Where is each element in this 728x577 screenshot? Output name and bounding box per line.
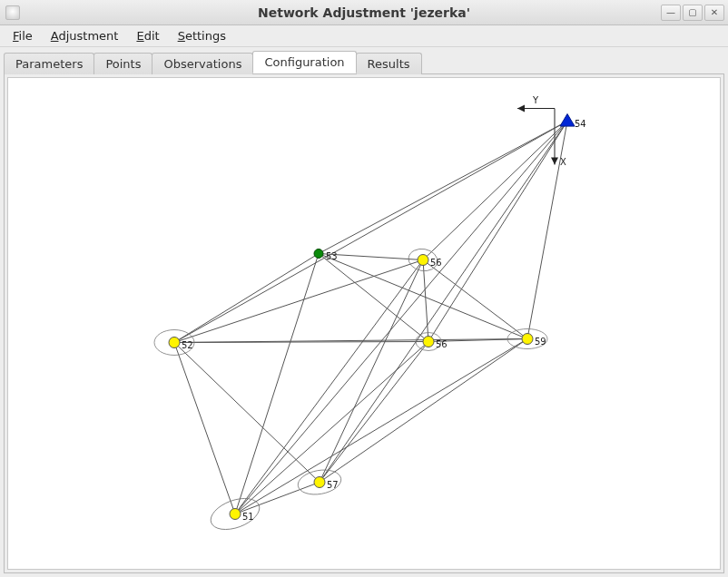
point-label-51: 51 xyxy=(242,512,254,522)
point-59[interactable] xyxy=(522,334,533,345)
menubar: File Adjustment Edit Settings xyxy=(0,25,728,47)
tab-configuration[interactable]: Configuration xyxy=(252,51,356,73)
tabbar: Parameters Points Observations Configura… xyxy=(0,47,728,73)
menu-adjustment[interactable]: Adjustment xyxy=(44,27,126,44)
point-label-59: 59 xyxy=(535,337,546,347)
point-label-56: 56 xyxy=(430,258,442,268)
menu-edit[interactable]: Edit xyxy=(129,27,166,44)
tab-parameters[interactable]: Parameters xyxy=(4,53,94,74)
svg-line-26 xyxy=(423,260,527,339)
app-icon xyxy=(5,5,20,20)
close-button[interactable]: ✕ xyxy=(704,5,724,21)
svg-marker-3 xyxy=(551,158,558,165)
svg-line-23 xyxy=(320,122,567,483)
svg-line-29 xyxy=(320,342,428,483)
svg-line-4 xyxy=(174,343,235,514)
titlebar[interactable]: Network Adjustment 'jezerka' — ▢ ✕ xyxy=(0,0,728,25)
maximize-button[interactable]: ▢ xyxy=(683,5,703,21)
tab-results[interactable]: Results xyxy=(356,53,422,74)
svg-line-10 xyxy=(235,339,527,514)
network-svg: YX5152535456565759 xyxy=(8,78,720,569)
menu-file[interactable]: File xyxy=(5,27,40,44)
svg-line-22 xyxy=(428,122,567,342)
network-canvas[interactable]: YX5152535456565759 xyxy=(7,77,721,570)
close-icon: ✕ xyxy=(711,7,718,17)
point-51[interactable] xyxy=(230,509,241,520)
minimize-icon: — xyxy=(666,7,675,17)
svg-line-12 xyxy=(174,122,567,343)
app-window: Network Adjustment 'jezerka' — ▢ ✕ File … xyxy=(0,0,728,577)
point-label-52: 52 xyxy=(182,340,193,350)
window-controls: — ▢ ✕ xyxy=(661,5,728,21)
point-57[interactable] xyxy=(314,477,325,488)
axis-y-label: Y xyxy=(532,95,539,105)
point-label-57: 57 xyxy=(327,480,339,490)
svg-line-27 xyxy=(320,260,423,483)
menu-settings[interactable]: Settings xyxy=(171,27,233,44)
point-52[interactable] xyxy=(169,337,180,348)
minimize-button[interactable]: — xyxy=(661,5,681,21)
tab-observations[interactable]: Observations xyxy=(152,53,253,74)
svg-line-17 xyxy=(319,122,567,254)
content-frame: YX5152535456565759 xyxy=(4,73,724,573)
svg-line-25 xyxy=(423,260,428,342)
svg-line-15 xyxy=(174,343,320,483)
svg-line-9 xyxy=(235,483,320,514)
point-56[interactable] xyxy=(423,337,434,347)
point-label-53: 53 xyxy=(326,251,338,261)
point-54[interactable] xyxy=(560,114,575,127)
point-56[interactable] xyxy=(418,255,428,266)
point-label-54: 54 xyxy=(575,119,586,129)
svg-line-6 xyxy=(235,122,567,514)
maximize-icon: ▢ xyxy=(688,7,696,17)
svg-marker-1 xyxy=(517,105,525,112)
svg-line-11 xyxy=(174,254,319,343)
point-label-56: 56 xyxy=(436,339,448,349)
point-53[interactable] xyxy=(314,249,323,259)
window-title: Network Adjustment 'jezerka' xyxy=(0,5,728,20)
svg-line-19 xyxy=(319,254,428,342)
tab-points[interactable]: Points xyxy=(93,53,152,74)
